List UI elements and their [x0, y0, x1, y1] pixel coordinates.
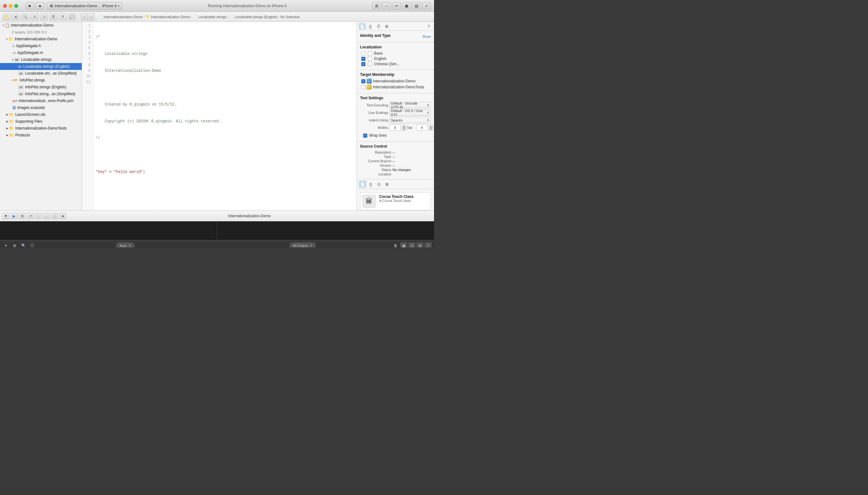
nav-back-button[interactable]: ‹ — [81, 13, 88, 20]
indent-stepper-up[interactable]: ▲ — [429, 125, 433, 127]
trash-button[interactable]: 🗑 — [392, 242, 399, 248]
sidebar-item-appdelegate-m[interactable]: m AppDelegate.m — [0, 49, 82, 56]
sidebar-item-infoplist-simplified[interactable]: str InfoPlist.string...se (Simplified) — [0, 90, 82, 97]
step-over-button[interactable]: ↗ — [27, 213, 34, 219]
indent-select[interactable]: Spaces ⬍ — [389, 117, 431, 123]
step-down-button[interactable]: ↓ — [43, 213, 50, 219]
breadcrumb-item-3[interactable]: 📄 Localizable.strings — [193, 15, 227, 19]
encoding-select[interactable]: Default - Unicode (UTF-8) ⬍ — [389, 102, 431, 108]
localization-base-checkbox[interactable] — [361, 51, 365, 55]
scheme-selector[interactable]: 🏛 Internationalization-Demo | iPhone 6 ▾ — [47, 2, 122, 10]
rp-grid-button[interactable]: ⊞ — [383, 23, 390, 29]
tab-width-input[interactable]: 4 — [389, 124, 401, 131]
disclosure-infoplist[interactable] — [12, 79, 13, 82]
target-tests-checkbox[interactable] — [361, 85, 365, 89]
breadcrumb-item-1[interactable]: 📄 Internationalization-Demo — [98, 15, 143, 19]
code-editor[interactable]: 12345 67891011 /* Localizable.strings In… — [82, 22, 357, 210]
editor-mode-button[interactable]: ⊞ — [11, 242, 18, 248]
indent-width-input[interactable]: 4 — [416, 124, 428, 131]
zoom-button[interactable] — [14, 4, 18, 8]
sidebar-item-localizable-strings[interactable]: str Localizable.strings — [0, 56, 82, 63]
scope-button[interactable]: 🔍 — [20, 242, 27, 248]
sidebar-item-main-group[interactable]: 📁 Internationalization-Demo — [0, 36, 82, 42]
right-panel-toggle[interactable]: ▤ — [412, 2, 421, 10]
rp-json-button[interactable]: {} — [367, 23, 374, 29]
tab-stepper-down[interactable]: ▼ — [402, 127, 406, 131]
indent-stepper-down[interactable]: ▼ — [429, 127, 433, 131]
target-demo-checkbox[interactable] — [361, 79, 365, 83]
close-button[interactable] — [3, 4, 7, 8]
code-editor-area[interactable]: 12345 67891011 /* Localizable.strings In… — [82, 22, 357, 210]
wrap-lines-checkbox[interactable] — [363, 134, 367, 138]
simulator-button[interactable]: ➤ — [59, 213, 66, 219]
bottom-layout-3[interactable]: ⊞ — [417, 242, 423, 248]
debug-navigator-button[interactable]: ☰ — [49, 13, 57, 20]
test-navigator-button[interactable]: ◇ — [40, 13, 48, 20]
breadcrumb-item-2[interactable]: 📁 Internationalization-Demo — [146, 15, 190, 19]
run-button[interactable]: ▶ — [25, 2, 34, 10]
sidebar-item-launchscreen[interactable]: 📁 LaunchScreen.xib — [0, 111, 82, 118]
report-navigator-button[interactable]: 💬 — [68, 13, 76, 20]
rp-tab-json[interactable]: {} — [367, 181, 375, 188]
breakpoint-navigator-button[interactable]: ↟ — [59, 13, 67, 20]
disclosure-main[interactable] — [6, 37, 8, 40]
bottom-layout-2[interactable]: ⊡ — [409, 242, 415, 248]
rp-help-button[interactable]: ? — [425, 23, 432, 29]
rp-show-button[interactable]: Show — [422, 35, 431, 38]
bottom-help-button[interactable]: ? — [424, 242, 432, 248]
breadcrumb-item-4[interactable]: 📄 Localizable.strings (English) — [229, 15, 277, 19]
localization-english-checkbox[interactable] — [361, 57, 365, 61]
console-toggle-button[interactable]: ▼ — [2, 213, 10, 219]
disclosure-root[interactable] — [2, 24, 4, 27]
sidebar-item-infoplist-english[interactable]: str InfoPlist.strings (English) — [0, 84, 82, 90]
rp-tab-file[interactable]: 📄 — [359, 181, 366, 188]
disclosure-products[interactable] — [6, 134, 8, 137]
issue-navigator-button[interactable]: ⚠ — [31, 13, 39, 20]
sidebar-item-appdelegate-h[interactable]: h AppDelegate.h — [0, 42, 82, 49]
code-content[interactable]: /* Localizable.strings Internationalizat… — [93, 22, 357, 210]
debug-console-left[interactable] — [0, 221, 217, 240]
tab-stepper-up[interactable]: ▲ — [402, 125, 406, 127]
disclosure-launchscreen[interactable] — [6, 113, 8, 116]
view-toggle-button[interactable]: ▣ — [402, 2, 411, 10]
sidebar-item-root[interactable]: 📋 Internationalization-Demo — [0, 22, 82, 29]
minimize-button[interactable] — [9, 4, 13, 8]
rp-clock-button[interactable]: ⏱ — [375, 23, 382, 29]
sidebar-item-localizable-english[interactable]: str Localizable.strings (English) — [0, 63, 82, 70]
bottom-layout-1[interactable]: ▣ — [400, 242, 407, 248]
template-card-cocoa[interactable]: 🏛 Cocoa Touch Class A Cocoa Touch class — [360, 192, 431, 210]
rp-tab-clock[interactable]: ⊙ — [375, 181, 383, 188]
source-control-button[interactable]: ⑆ — [12, 13, 20, 20]
output-selector[interactable]: All Output ⬍ — [290, 242, 316, 248]
file-navigator-button[interactable]: 📁 — [2, 13, 11, 20]
filter-button[interactable]: ⓘ — [29, 242, 36, 248]
back-forward-button[interactable]: ↩ — [392, 2, 401, 10]
pause-button[interactable]: ⏸ — [19, 213, 25, 219]
line-endings-select[interactable]: Default - OS X / Unix (LF) ⬍ — [389, 109, 431, 116]
sidebar-item-demotests[interactable]: 📁 Internationalization-DemoTests — [0, 125, 82, 132]
stop-button[interactable]: ■ — [36, 2, 44, 10]
jump-bar-button[interactable]: ↔ — [382, 2, 391, 10]
add-file-button[interactable]: + — [2, 242, 10, 248]
disclosure-localizable[interactable] — [12, 58, 13, 61]
run-debug-button[interactable]: ▶ — [11, 213, 17, 219]
disclosure-supporting[interactable] — [6, 120, 8, 123]
disclosure-demotests[interactable] — [6, 127, 8, 130]
debug-console-right[interactable] — [217, 221, 434, 240]
sidebar-item-prefix-pch[interactable]: pch Internationalizat...emo-Prefix.pch — [0, 97, 82, 104]
step-out-button[interactable]: ↑ — [35, 213, 42, 219]
rp-tab-grid[interactable]: ⊞ — [383, 181, 390, 188]
sidebar-item-supporting[interactable]: 📁 Supporting Files — [0, 118, 82, 125]
editor-layout-button[interactable]: ⊞ — [372, 2, 381, 10]
frame-button[interactable]: ⬚ — [51, 213, 58, 219]
auto-selector[interactable]: Auto ⬍ — [116, 242, 135, 248]
rp-file-button[interactable]: 📄 — [359, 23, 366, 29]
sidebar-item-products[interactable]: 📁 Products — [0, 132, 82, 139]
search-button[interactable]: 🔍 — [21, 13, 29, 20]
localization-chinese-checkbox[interactable] — [361, 62, 365, 66]
sidebar-item-images[interactable]: 🖼 Images.xcassets — [0, 104, 82, 111]
sidebar-item-localizable-simplified[interactable]: str Localizable.stri...se (Simplified) — [0, 70, 82, 77]
sidebar-item-infoplist[interactable]: 📂 InfoPlist.strings — [0, 77, 82, 84]
nav-forward-button[interactable]: › — [88, 13, 94, 20]
full-screen-button[interactable]: ⤢ — [422, 2, 431, 10]
